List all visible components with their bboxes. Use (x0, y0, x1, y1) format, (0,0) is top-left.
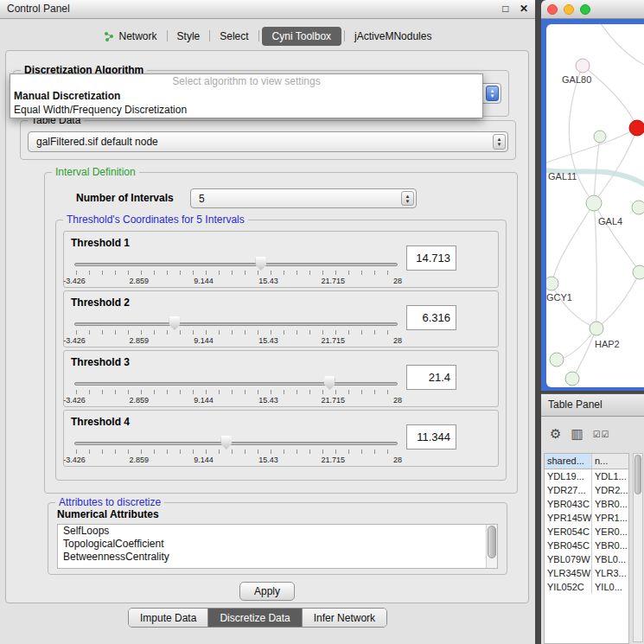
table-data-group: Table Data galFiltered.sif default node … (20, 120, 516, 160)
window-title: Control Panel (7, 3, 70, 15)
top-tab-bar: Network Style Select Cyni Toolbox jActiv… (0, 25, 535, 47)
table-panel-header[interactable]: Table Panel (541, 393, 644, 417)
table-scrollbar[interactable] (633, 453, 643, 642)
number-of-intervals-select[interactable]: 5 ▲▼ (190, 188, 417, 208)
dropdown-option-equal-width[interactable]: Equal Width/Frequency Discretization (10, 103, 482, 117)
network-node[interactable] (590, 322, 603, 335)
network-node[interactable] (546, 277, 558, 290)
table-row[interactable]: YBR045CYBR0... (545, 539, 628, 552)
tab-impute-data[interactable]: Impute Data (129, 609, 207, 627)
bottom-tab-bar: Impute Data Discretize Data Infer Networ… (128, 608, 387, 628)
tab-separator (258, 30, 259, 41)
network-window-titlebar[interactable] (541, 0, 644, 19)
table-row[interactable]: YDR27...YDR2... (545, 483, 628, 497)
attributes-scrollbar[interactable] (486, 525, 497, 568)
threshold-row-3: Threshold 3 -3.426 2.859 9.144 15.43 21.… (63, 350, 499, 407)
zoom-button[interactable] (580, 4, 590, 15)
threshold-row-1: Threshold 1 -3.426 2.859 9.144 15.43 21.… (63, 231, 499, 288)
table-row[interactable]: YER054CYER0... (545, 525, 628, 539)
network-canvas[interactable]: GAL80 GAL11 GAL4 GCY1 HAP2 (546, 24, 644, 387)
settings-gear-icon[interactable]: ⚙ (550, 424, 561, 443)
network-node[interactable] (594, 131, 606, 143)
slider-track[interactable] (74, 322, 398, 326)
number-of-intervals-label: Number of Intervals (76, 192, 174, 204)
scrollbar-thumb[interactable] (634, 455, 641, 494)
dropdown-prompt: Select algorithm to view settings (10, 74, 482, 89)
list-item[interactable]: BetweennessCentrality (58, 551, 497, 564)
close-button[interactable] (547, 4, 558, 15)
threshold-2-slider[interactable]: -3.426 2.859 9.144 15.43 21.715 28 (74, 316, 398, 345)
slider-thumb[interactable] (255, 257, 266, 271)
minimize-icon[interactable]: □ (502, 3, 508, 15)
thresholds-group: Threshold's Coordinates for 5 Intervals … (55, 220, 507, 481)
network-node[interactable] (550, 353, 564, 367)
columns-icon[interactable]: ▥ (571, 424, 583, 443)
combo-stepper-icon[interactable]: ▲▼ (401, 191, 414, 206)
network-graph (546, 24, 644, 387)
slider-track[interactable] (74, 382, 398, 386)
tab-network-label: Network (119, 30, 157, 42)
thresholds-title: Threshold's Coordinates for 5 Intervals (63, 214, 248, 226)
combo-stepper-icon[interactable]: ▲▼ (493, 134, 506, 150)
tab-network[interactable]: Network (97, 28, 164, 45)
node-label: GCY1 (546, 292, 572, 303)
network-node[interactable] (565, 372, 579, 386)
network-node-selected[interactable] (629, 120, 644, 136)
slider-track[interactable] (74, 442, 398, 445)
threshold-1-label: Threshold 1 (71, 237, 130, 249)
column-header-shared[interactable]: shared... (545, 454, 592, 469)
table-data-select[interactable]: galFiltered.sif default node ▲▼ (28, 131, 508, 152)
apply-button[interactable]: Apply (239, 582, 295, 601)
list-item[interactable]: TopologicalCoefficient (58, 538, 497, 551)
threshold-1-value[interactable]: 14.713 (406, 245, 456, 271)
slider-thumb[interactable] (324, 376, 335, 390)
table-panel: ⚙ ▥ ☑☑ shared... n... YDL19...YDL1... YD… (541, 417, 644, 644)
tab-cyni-toolbox[interactable]: Cyni Toolbox (262, 27, 341, 46)
threshold-4-slider[interactable]: -3.426 2.859 9.144 15.43 21.715 28 (74, 435, 398, 464)
select-columns-icon[interactable]: ☑☑ (593, 424, 610, 444)
tab-jactivemnodules[interactable]: jActiveMNodules (348, 28, 438, 45)
slider-track[interactable] (74, 263, 398, 266)
table-row[interactable]: YBL079WYBL0... (545, 552, 628, 566)
slider-scale: -3.426 2.859 9.144 15.43 21.715 28 (74, 396, 398, 405)
attributes-list[interactable]: SelfLoops TopologicalCoefficient Between… (57, 524, 498, 569)
tab-style[interactable]: Style (170, 28, 207, 45)
network-node[interactable] (586, 195, 602, 211)
cyni-toolbox-panel: Discretization Algorithm ▲▼ Select algor… (5, 50, 529, 603)
threshold-2-value[interactable]: 6.316 (406, 305, 456, 330)
scrollbar-thumb[interactable] (488, 526, 496, 558)
combo-stepper-icon[interactable]: ▲▼ (486, 86, 499, 101)
dropdown-option-manual[interactable]: Manual Discretization (10, 89, 482, 103)
table-row[interactable]: YLR345WYLR3... (545, 566, 628, 580)
threshold-4-value[interactable]: 11.344 (406, 424, 456, 450)
attributes-title: Attributes to discretize (55, 496, 164, 508)
column-header-name[interactable]: n... (592, 454, 628, 469)
tab-select[interactable]: Select (213, 28, 255, 45)
network-node[interactable] (632, 201, 644, 214)
tab-infer-network[interactable]: Infer Network (302, 609, 386, 627)
screen: Control Panel □ ✕ Network Style Select C… (0, 0, 644, 644)
interval-definition-group: Interval Definition Number of Intervals … (44, 172, 518, 494)
network-node[interactable] (576, 59, 590, 73)
table-row[interactable]: YDL19...YDL1... (545, 469, 628, 483)
table-row[interactable]: YBR043CYBR0... (545, 497, 628, 511)
threshold-3-slider[interactable]: -3.426 2.859 9.144 15.43 21.715 28 (74, 375, 398, 405)
control-panel-titlebar[interactable]: Control Panel □ ✕ (0, 0, 535, 19)
slider-thumb[interactable] (220, 436, 232, 450)
slider-thumb[interactable] (169, 316, 180, 330)
tab-separator (344, 30, 345, 41)
threshold-3-value[interactable]: 21.4 (406, 365, 456, 390)
threshold-1-slider[interactable]: -3.426 2.859 9.144 15.43 21.715 28 (74, 256, 398, 285)
table-row[interactable]: YPR145WYPR1... (545, 511, 628, 525)
table-row[interactable]: YIL052CYIL0... (545, 580, 628, 594)
tab-discretize-data[interactable]: Discretize Data (207, 609, 301, 627)
minimize-button[interactable] (564, 4, 574, 15)
slider-ticks (76, 271, 396, 275)
table-data-value: galFiltered.sif default node (36, 136, 158, 148)
threshold-row-4: Threshold 4 -3.426 2.859 9.144 15.43 21.… (63, 410, 499, 467)
threshold-2-label: Threshold 2 (71, 296, 130, 309)
list-item[interactable]: SelfLoops (58, 525, 497, 538)
slider-scale: -3.426 2.859 9.144 15.43 21.715 28 (74, 336, 398, 345)
close-icon[interactable]: ✕ (520, 3, 528, 15)
network-node[interactable] (633, 265, 644, 279)
